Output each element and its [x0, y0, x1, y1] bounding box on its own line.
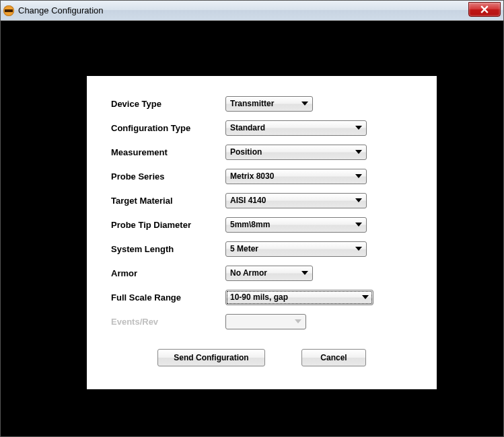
- select-armor[interactable]: No Armor: [225, 266, 313, 281]
- dialog-window: Change Configuration Device Type Transmi…: [0, 0, 504, 437]
- select-value: No Armor: [230, 268, 267, 278]
- chevron-down-icon: [355, 174, 362, 178]
- select-value: Metrix 8030: [230, 171, 274, 181]
- titlebar: Change Configuration: [1, 1, 503, 21]
- row-full-scale-range: Full Scale Range 10-90 mils, gap: [111, 288, 412, 306]
- row-events-rev: Events/Rev: [111, 313, 412, 330]
- row-measurement: Measurement Position: [111, 143, 412, 161]
- select-device-type[interactable]: Transmitter: [225, 96, 313, 112]
- chevron-down-icon: [355, 223, 362, 227]
- label-full-scale-range: Full Scale Range: [111, 292, 225, 303]
- select-target-material[interactable]: AISI 4140: [225, 193, 367, 208]
- row-device-type: Device Type Transmitter: [111, 95, 412, 112]
- select-value: 5mm\8mm: [230, 220, 270, 229]
- select-full-scale-range[interactable]: 10-90 mils, gap: [225, 290, 373, 305]
- label-probe-series: Probe Series: [111, 171, 225, 182]
- button-label: Send Configuration: [174, 353, 248, 362]
- row-target-material: Target Material AISI 4140: [111, 192, 412, 209]
- row-probe-tip-diameter: Probe Tip Diameter 5mm\8mm: [111, 216, 412, 233]
- cancel-button[interactable]: Cancel: [301, 349, 366, 366]
- label-system-length: System Length: [111, 244, 225, 254]
- chevron-down-icon: [301, 102, 308, 106]
- chevron-down-icon: [355, 198, 362, 202]
- label-target-material: Target Material: [111, 196, 225, 206]
- chevron-down-icon: [355, 247, 362, 251]
- select-measurement[interactable]: Position: [225, 145, 367, 160]
- label-device-type: Device Type: [111, 99, 225, 109]
- row-probe-series: Probe Series Metrix 8030: [111, 167, 412, 185]
- config-panel: Device Type Transmitter Configuration Ty…: [87, 76, 437, 389]
- select-probe-series[interactable]: Metrix 8030: [225, 169, 367, 184]
- button-label: Cancel: [320, 353, 347, 362]
- label-events-rev: Events/Rev: [111, 317, 225, 327]
- select-probe-tip-diameter[interactable]: 5mm\8mm: [225, 217, 367, 233]
- send-configuration-button[interactable]: Send Configuration: [157, 349, 265, 366]
- row-configuration-type: Configuration Type Standard: [111, 119, 412, 136]
- app-icon: [3, 5, 14, 16]
- label-configuration-type: Configuration Type: [111, 123, 225, 133]
- chevron-down-icon: [295, 319, 301, 323]
- row-system-length: System Length 5 Meter: [111, 240, 412, 257]
- select-value: Standard: [230, 123, 265, 132]
- chevron-down-icon: [301, 271, 308, 275]
- select-value: Transmitter: [230, 99, 274, 108]
- button-row: Send Configuration Cancel: [111, 349, 412, 366]
- label-armor: Armor: [111, 268, 225, 278]
- close-button[interactable]: [468, 2, 501, 17]
- label-probe-tip-diameter: Probe Tip Diameter: [111, 220, 225, 230]
- select-system-length[interactable]: 5 Meter: [225, 241, 367, 257]
- select-value: AISI 4140: [230, 196, 266, 205]
- select-value: 10-90 mils, gap: [230, 292, 288, 302]
- select-value: Position: [230, 147, 262, 157]
- select-events-rev: [225, 314, 306, 329]
- chevron-down-icon: [355, 150, 362, 154]
- row-armor: Armor No Armor: [111, 264, 412, 282]
- chevron-down-icon: [355, 126, 362, 130]
- label-measurement: Measurement: [111, 147, 225, 157]
- inner-frame: Device Type Transmitter Configuration Ty…: [15, 36, 489, 422]
- select-value: 5 Meter: [230, 244, 258, 253]
- chevron-down-icon: [362, 295, 369, 299]
- window-body: Device Type Transmitter Configuration Ty…: [1, 21, 503, 436]
- select-configuration-type[interactable]: Standard: [225, 120, 367, 136]
- window-title: Change Configuration: [18, 5, 103, 15]
- close-icon: [480, 5, 489, 13]
